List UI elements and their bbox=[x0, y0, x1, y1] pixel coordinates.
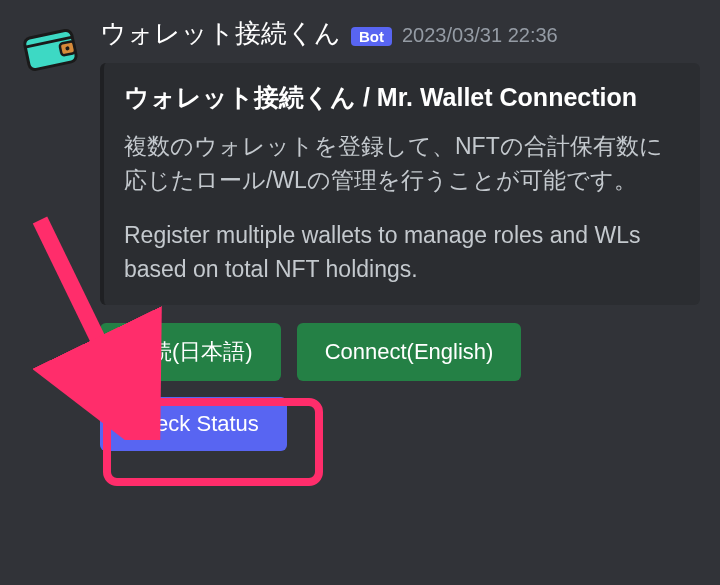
embed-desc-en: Register multiple wallets to manage role… bbox=[124, 218, 680, 287]
connect-jp-button[interactable]: 接続(日本語) bbox=[100, 323, 281, 381]
connect-en-button[interactable]: Connect(English) bbox=[297, 323, 522, 381]
button-row-1: 接続(日本語) Connect(English) bbox=[100, 323, 700, 381]
embed-description: 複数のウォレットを登録して、NFTの合計保有数に応じたロール/WLの管理を行うこ… bbox=[124, 129, 680, 287]
timestamp: 2023/03/31 22:36 bbox=[402, 24, 558, 47]
check-status-button[interactable]: Check Status bbox=[100, 397, 287, 451]
bot-avatar bbox=[20, 16, 80, 76]
discord-message: ウォレット接続くん Bot 2023/03/31 22:36 ウォレット接続くん… bbox=[0, 0, 720, 467]
embed-desc-jp: 複数のウォレットを登録して、NFTの合計保有数に応じたロール/WLの管理を行うこ… bbox=[124, 129, 680, 198]
message-content: ウォレット接続くん Bot 2023/03/31 22:36 ウォレット接続くん… bbox=[100, 16, 700, 467]
embed-card: ウォレット接続くん / Mr. Wallet Connection 複数のウォレ… bbox=[100, 63, 700, 305]
button-row-2: Check Status bbox=[100, 397, 700, 451]
bot-name: ウォレット接続くん bbox=[100, 16, 341, 51]
embed-title: ウォレット接続くん / Mr. Wallet Connection bbox=[124, 81, 680, 115]
bot-badge: Bot bbox=[351, 27, 392, 46]
message-header: ウォレット接続くん Bot 2023/03/31 22:36 bbox=[100, 16, 700, 51]
